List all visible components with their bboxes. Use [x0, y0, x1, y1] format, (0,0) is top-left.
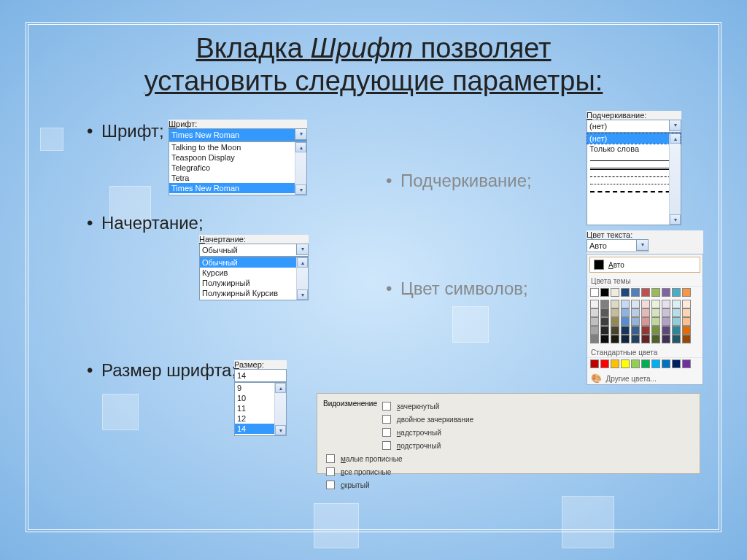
underline-combo[interactable]: (нет) ▾: [587, 120, 681, 133]
color-swatch[interactable]: [621, 317, 630, 326]
color-swatch[interactable]: [600, 326, 609, 335]
color-swatch[interactable]: [641, 335, 650, 343]
list-item[interactable]: Обычный: [200, 257, 308, 268]
color-swatch[interactable]: [682, 335, 691, 343]
color-swatch[interactable]: [621, 359, 630, 368]
color-swatch[interactable]: [590, 359, 599, 368]
color-swatch[interactable]: [641, 288, 650, 297]
color-swatch[interactable]: [611, 326, 619, 335]
list-item[interactable]: Только слова: [587, 144, 681, 154]
scrollbar[interactable]: ▴ ▾: [295, 142, 306, 195]
underline-style-dotted[interactable]: [590, 184, 678, 184]
effect-checkbox[interactable]: малые прописные: [323, 452, 484, 465]
color-swatch[interactable]: [600, 317, 609, 326]
color-swatch[interactable]: [662, 308, 670, 317]
color-swatch[interactable]: [672, 317, 681, 326]
scroll-down-icon[interactable]: ▾: [670, 214, 681, 225]
color-swatch[interactable]: [590, 326, 599, 335]
color-swatch[interactable]: [611, 308, 619, 317]
more-colors-row[interactable]: 🎨 Другие цвета...: [587, 371, 703, 384]
color-swatch[interactable]: [651, 326, 660, 335]
color-swatch[interactable]: [611, 335, 619, 343]
scrollbar[interactable]: ▴ ▾: [274, 383, 286, 435]
font-combo[interactable]: Times New Roman ▾: [169, 128, 307, 141]
color-swatch[interactable]: [651, 359, 660, 368]
color-swatch[interactable]: [631, 317, 640, 326]
scroll-up-icon[interactable]: ▴: [295, 142, 306, 152]
list-item[interactable]: Курсив: [200, 268, 308, 278]
color-swatch[interactable]: [662, 326, 670, 335]
color-swatch[interactable]: [672, 359, 681, 368]
color-swatch[interactable]: [641, 359, 650, 368]
color-swatch[interactable]: [590, 308, 599, 317]
color-swatch[interactable]: [662, 288, 670, 297]
scroll-up-icon[interactable]: ▴: [670, 133, 681, 144]
underline-style-dashed[interactable]: [590, 176, 678, 177]
color-swatch[interactable]: [672, 300, 681, 308]
color-swatch[interactable]: [611, 317, 619, 326]
checkbox-input[interactable]: [326, 467, 335, 476]
color-swatch[interactable]: [672, 308, 681, 317]
color-swatch[interactable]: [682, 288, 691, 297]
scroll-up-icon[interactable]: ▴: [275, 383, 286, 393]
effect-checkbox[interactable]: подстрочный: [379, 439, 569, 452]
scrollbar[interactable]: ▴ ▾: [669, 133, 681, 225]
list-item[interactable]: Tetra: [169, 173, 306, 183]
color-swatch[interactable]: [621, 326, 630, 335]
chevron-down-icon[interactable]: ▾: [669, 120, 681, 131]
color-swatch[interactable]: [672, 326, 681, 335]
color-swatch[interactable]: [611, 300, 619, 308]
color-swatch[interactable]: [590, 300, 599, 308]
list-item[interactable]: Teaspoon Display: [169, 152, 306, 163]
effect-checkbox[interactable]: зачеркнутый: [379, 400, 569, 413]
scroll-down-icon[interactable]: ▾: [275, 425, 286, 435]
color-swatch[interactable]: [621, 288, 630, 297]
color-swatch[interactable]: [600, 300, 609, 308]
color-swatch[interactable]: [590, 335, 599, 343]
color-swatch[interactable]: [600, 359, 609, 368]
color-swatch[interactable]: [662, 300, 670, 308]
color-auto-row[interactable]: Авто: [589, 257, 700, 273]
effect-checkbox[interactable]: скрытый: [323, 478, 484, 491]
list-item[interactable]: Telegrafico: [169, 163, 306, 173]
color-swatch[interactable]: [641, 326, 650, 335]
color-swatch[interactable]: [651, 300, 660, 308]
color-swatch[interactable]: [641, 317, 650, 326]
color-swatch[interactable]: [662, 335, 670, 343]
effect-checkbox[interactable]: надстрочный: [379, 426, 569, 439]
color-swatch[interactable]: [590, 317, 599, 326]
size-combo[interactable]: 14: [234, 369, 287, 382]
color-swatch[interactable]: [590, 288, 599, 297]
style-listbox[interactable]: Обычный Курсив Полужирный Полужирный Кур…: [199, 257, 309, 300]
color-swatch[interactable]: [672, 335, 681, 343]
color-swatch[interactable]: [641, 300, 650, 308]
color-swatch[interactable]: [651, 308, 660, 317]
color-swatch[interactable]: [621, 308, 630, 317]
color-swatch[interactable]: [682, 326, 691, 335]
color-swatch[interactable]: [631, 326, 640, 335]
color-swatch[interactable]: [631, 300, 640, 308]
color-swatch[interactable]: [641, 308, 650, 317]
checkbox-input[interactable]: [326, 481, 335, 489]
checkbox-input[interactable]: [382, 415, 391, 424]
underline-listbox[interactable]: (нет) Только слова ▴ ▾: [587, 133, 681, 225]
color-swatch[interactable]: [682, 308, 691, 317]
scroll-down-icon[interactable]: ▾: [297, 289, 308, 300]
list-item[interactable]: Times New Roman: [169, 183, 306, 193]
scroll-up-icon[interactable]: ▴: [297, 257, 308, 268]
color-swatch[interactable]: [631, 288, 640, 297]
checkbox-input[interactable]: [382, 428, 391, 437]
underline-style-dash-heavy[interactable]: [590, 191, 678, 192]
list-item[interactable]: (нет): [587, 133, 681, 144]
color-swatch[interactable]: [631, 308, 640, 317]
color-swatch[interactable]: [672, 288, 681, 297]
effect-checkbox[interactable]: все прописные: [323, 465, 484, 478]
color-swatch[interactable]: [682, 317, 691, 326]
color-swatch[interactable]: [662, 317, 670, 326]
color-swatch[interactable]: [631, 359, 640, 368]
font-listbox[interactable]: Talking to the Moon Teaspoon Display Tel…: [169, 141, 307, 195]
color-swatch[interactable]: [662, 359, 670, 368]
color-swatch[interactable]: [611, 359, 619, 368]
scrollbar[interactable]: ▴ ▾: [296, 257, 308, 300]
color-swatch[interactable]: [611, 288, 619, 297]
